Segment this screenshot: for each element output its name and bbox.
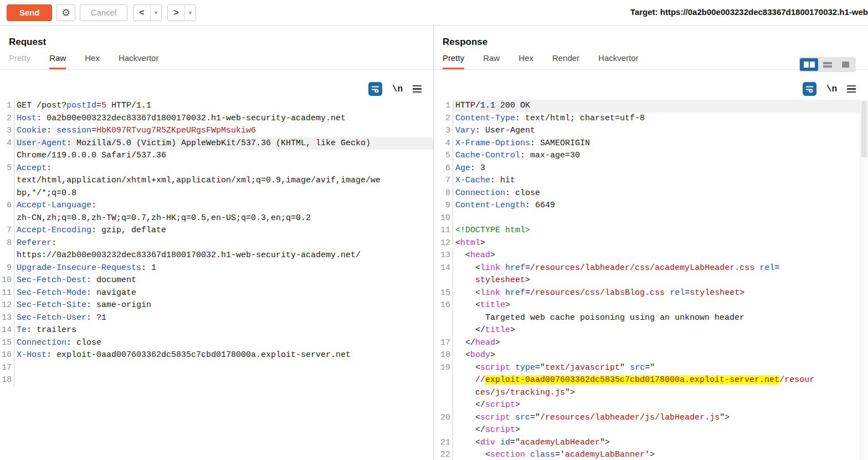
line-number: 10 [434, 212, 453, 225]
code-line: </script> [434, 424, 860, 437]
code-line: 13Sec-Fetch-User: ?1 [0, 312, 433, 325]
code-line: 20 <script src="/resources/labheader/js/… [434, 412, 860, 425]
code-line: 18 [0, 374, 433, 387]
hamburger-menu-icon[interactable] [847, 85, 856, 93]
tab-raw[interactable]: Raw [483, 53, 500, 69]
request-editor[interactable]: 1GET /post?postId=5 HTTP/1.12Host: 0a2b0… [0, 100, 433, 460]
line-number: 2 [434, 113, 453, 125]
code-line: 3Cookie: session=HbK097RTvug7R5ZKpeURgsF… [0, 125, 433, 137]
code-line: 14 <link href=/resources/labheader/css/a… [434, 262, 860, 275]
tab-hex[interactable]: Hex [85, 53, 100, 69]
back-dropdown-caret-icon[interactable]: ▾ [150, 5, 161, 21]
line-number: 3 [434, 125, 453, 137]
code-line: 7Accept-Encoding: gzip, deflate [0, 224, 433, 237]
forward-dropdown-caret-icon[interactable]: ▾ [184, 5, 196, 21]
newline-toggle-icon[interactable]: \n [826, 84, 837, 94]
response-scrollbar-thumb[interactable] [861, 101, 867, 157]
line-number: 2 [0, 113, 14, 125]
tab-render[interactable]: Render [552, 53, 579, 69]
line-number: 18 [434, 349, 453, 362]
tab-hex[interactable]: Hex [518, 53, 533, 69]
code-line: 3Vary: User-Agent [434, 125, 860, 137]
code-line: 22 <section class='academyLabBanner'> [434, 449, 860, 460]
code-line: 4User-Agent: Mozilla/5.0 (Victim) AppleW… [0, 137, 433, 150]
code-line: text/html,application/xhtml+xml,applicat… [0, 175, 433, 187]
response-editor[interactable]: 1HTTP/1.1 200 OK2Content-Type: text/html… [434, 100, 860, 460]
code-line: 4X-Frame-Options: SAMEORIGIN [434, 137, 860, 150]
forward-chevron-icon[interactable]: > [168, 5, 184, 21]
code-line: 1HTTP/1.1 200 OK [434, 100, 860, 113]
single-panel-icon[interactable] [836, 58, 855, 71]
code-line: 5Accept: [0, 162, 433, 175]
message-panes: Request PrettyRawHexHackvertor \n 1GET /… [0, 25, 868, 460]
forward-button[interactable]: > ▾ [167, 4, 196, 21]
request-editor-icons: \n [368, 82, 422, 96]
line-number: 9 [0, 262, 14, 275]
back-chevron-icon[interactable]: < [133, 5, 150, 21]
line-number: 20 [434, 412, 453, 425]
line-number: 5 [434, 150, 453, 162]
line-number [434, 399, 453, 412]
line-number: 4 [434, 137, 453, 150]
line-number: 4 [0, 137, 14, 150]
code-line: </script> [434, 399, 860, 412]
code-line: //exploit-0aad007603362dc5835c7cbd017800… [434, 374, 860, 387]
line-number: 8 [434, 187, 453, 200]
word-wrap-glyph [805, 85, 814, 93]
line-number [434, 324, 453, 337]
line-number: 5 [0, 162, 14, 175]
code-line: 17 </head> [434, 337, 860, 350]
line-number: 12 [434, 237, 453, 250]
code-line: stylesheet> [434, 274, 860, 287]
tab-hackvertor[interactable]: Hackvertor [598, 53, 639, 69]
line-number: 7 [0, 224, 14, 237]
code-line: 13 <head> [434, 249, 860, 262]
code-line: 12Sec-Fetch-Site: same-origin [0, 299, 433, 312]
code-line: 11<!DOCTYPE html> [434, 224, 860, 237]
newline-toggle-icon[interactable]: \n [392, 84, 403, 94]
line-number [0, 212, 14, 225]
send-button[interactable]: Send [7, 4, 52, 21]
code-line: 12<html> [434, 237, 860, 250]
code-line: 9Content-Length: 6649 [434, 200, 860, 212]
line-number [434, 274, 453, 287]
layout-toggle-group [799, 57, 856, 72]
tab-hackvertor[interactable]: Hackvertor [119, 53, 159, 69]
word-wrap-icon[interactable] [368, 82, 382, 96]
response-scrollbar[interactable] [860, 100, 868, 460]
code-line: 10 [434, 212, 860, 225]
code-line: 15Connection: close [0, 337, 433, 350]
line-number: 12 [0, 299, 14, 312]
code-line: 10Sec-Fetch-Dest: document [0, 274, 433, 287]
code-line: </title> [434, 324, 860, 337]
split-rows-icon[interactable] [818, 58, 836, 71]
line-number: 18 [0, 374, 14, 387]
line-number: 13 [0, 312, 14, 325]
back-button[interactable]: < ▾ [133, 4, 162, 21]
code-line: 6Accept-Language: [0, 200, 433, 212]
line-number: 14 [434, 262, 453, 275]
code-line: 17 [0, 362, 433, 375]
line-number: 17 [434, 337, 453, 350]
code-line: 8Referer: [0, 237, 433, 250]
line-number [0, 249, 14, 262]
word-wrap-glyph [371, 85, 379, 93]
line-number [434, 424, 453, 437]
cancel-button[interactable]: Cancel [80, 4, 127, 21]
line-number: 6 [0, 200, 14, 212]
settings-button[interactable]: ⚙ [57, 4, 75, 21]
code-line: Targeted web cache poisoning using an un… [434, 312, 860, 325]
tab-pretty[interactable]: Pretty [443, 53, 464, 69]
code-line: 6Age: 3 [434, 162, 860, 175]
line-number: 16 [0, 349, 14, 362]
code-line: 14Te: trailers [0, 324, 433, 337]
tab-pretty[interactable]: Pretty [9, 53, 30, 69]
line-number [434, 387, 453, 400]
split-columns-icon[interactable] [800, 58, 818, 71]
line-number: 22 [434, 449, 453, 460]
hamburger-menu-icon[interactable] [413, 85, 422, 93]
tab-raw[interactable]: Raw [49, 53, 66, 69]
line-number [434, 312, 453, 325]
word-wrap-icon[interactable] [803, 82, 816, 96]
code-line: 1GET /post?postId=5 HTTP/1.1 [0, 100, 433, 113]
